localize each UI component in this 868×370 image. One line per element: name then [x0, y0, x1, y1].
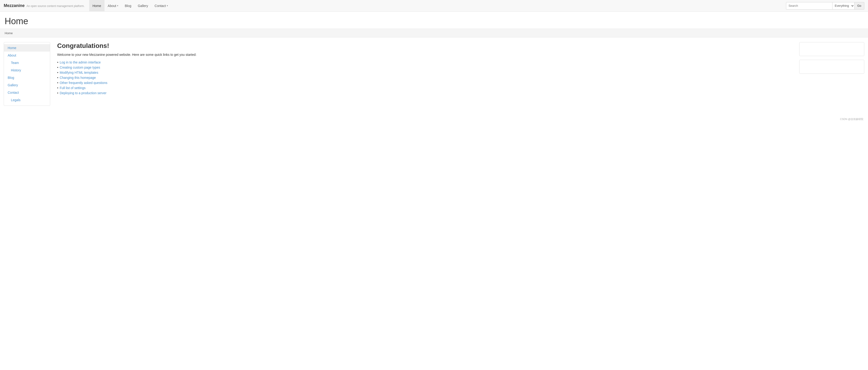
page-footer: CSDN @信传媒研院	[0, 115, 868, 123]
content-area: Congratulations! Welcome to your new Mez…	[55, 42, 795, 106]
navbar: Mezzanine An open source content managem…	[0, 0, 868, 11]
list-item: Log in to the admin interface	[57, 60, 792, 65]
nav-item-about[interactable]: About▾	[104, 0, 122, 11]
quick-link[interactable]: Full list of settings	[60, 86, 86, 90]
sidebar: HomeAboutTeamHistoryBlogGalleryContactLe…	[4, 42, 50, 106]
main-nav: HomeAbout▾BlogGalleryContact▾	[89, 0, 786, 11]
brand-logo[interactable]: Mezzanine An open source content managem…	[4, 3, 85, 8]
nav-item-contact[interactable]: Contact▾	[151, 0, 171, 11]
sidebar-item-about[interactable]: About	[4, 52, 50, 59]
quick-link[interactable]: Modifying HTML templates	[60, 71, 98, 75]
navbar-search: Everything Go	[786, 2, 864, 9]
page-title: Home	[5, 16, 863, 26]
sidebar-item-gallery[interactable]: Gallery	[4, 81, 50, 89]
content-intro: Welcome to your new Mezzanine powered we…	[57, 53, 792, 57]
nav-item-blog[interactable]: Blog	[122, 0, 134, 11]
nav-item-home[interactable]: Home	[89, 0, 104, 11]
breadcrumb-bar: Home	[0, 29, 868, 37]
sidebar-item-legals[interactable]: Legals	[4, 96, 50, 104]
right-column	[799, 42, 864, 106]
footer-text: CSDN @信传媒研院	[840, 118, 863, 120]
quick-link[interactable]: Log in to the admin interface	[60, 60, 101, 64]
quick-link[interactable]: Deploying to a production server	[60, 91, 106, 95]
nav-item-gallery[interactable]: Gallery	[134, 0, 151, 11]
content-title: Congratulations!	[57, 42, 792, 50]
list-item: Other frequently asked questions	[57, 80, 792, 85]
list-item: Deploying to a production server	[57, 90, 792, 95]
quick-link[interactable]: Changing this homepage	[60, 76, 96, 80]
nav-link-home[interactable]: Home	[89, 0, 104, 11]
quick-link[interactable]: Other frequently asked questions	[60, 81, 107, 85]
list-item: Changing this homepage	[57, 75, 792, 80]
nav-link-blog[interactable]: Blog	[122, 0, 134, 11]
brand-name: Mezzanine	[4, 3, 25, 8]
sidebar-item-home[interactable]: Home	[4, 44, 50, 52]
brand-tagline: An open source content management platfo…	[27, 4, 85, 8]
page-title-section: Home	[0, 11, 868, 29]
nav-link-contact[interactable]: Contact▾	[151, 0, 171, 11]
right-box-2	[799, 60, 864, 74]
list-item: Full list of settings	[57, 85, 792, 90]
list-item: Modifying HTML templates	[57, 70, 792, 75]
quick-links: Log in to the admin interfaceCreating cu…	[57, 60, 792, 95]
sidebar-item-history[interactable]: History	[4, 66, 50, 74]
nav-link-about[interactable]: About▾	[104, 0, 122, 11]
sidebar-item-team[interactable]: Team	[4, 59, 50, 66]
chevron-down-icon: ▾	[117, 0, 118, 11]
search-go-button[interactable]: Go	[855, 2, 864, 9]
sidebar-item-blog[interactable]: Blog	[4, 74, 50, 81]
main-layout: HomeAboutTeamHistoryBlogGalleryContactLe…	[0, 42, 868, 106]
list-item: Creating custom page types	[57, 65, 792, 70]
right-box-1	[799, 42, 864, 56]
quick-link[interactable]: Creating custom page types	[60, 65, 100, 69]
nav-link-gallery[interactable]: Gallery	[134, 0, 151, 11]
search-input[interactable]	[786, 2, 833, 9]
chevron-down-icon: ▾	[167, 0, 168, 11]
sidebar-item-contact[interactable]: Contact	[4, 89, 50, 96]
search-scope-select[interactable]: Everything	[833, 2, 855, 9]
breadcrumb: Home	[5, 31, 13, 35]
